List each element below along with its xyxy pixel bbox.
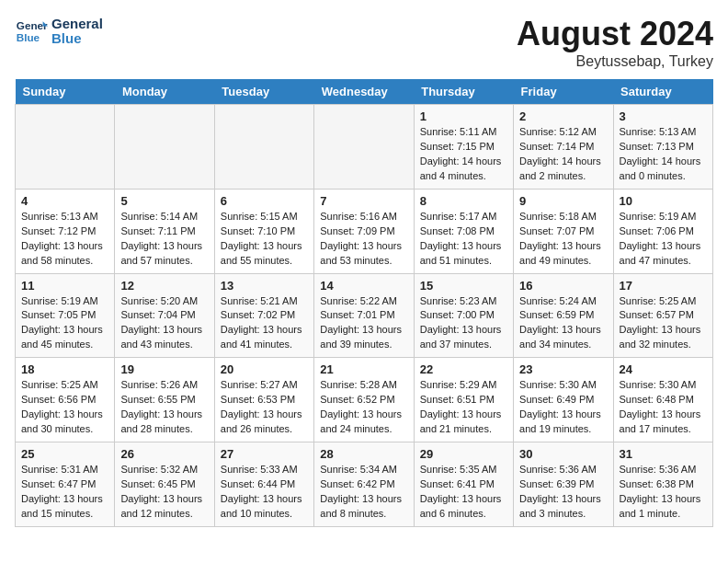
calendar-cell-3-1: 19Sunrise: 5:26 AMSunset: 6:55 PMDayligh… xyxy=(115,358,214,442)
calendar-cell-3-5: 23Sunrise: 5:30 AMSunset: 6:49 PMDayligh… xyxy=(514,358,613,442)
day-info: Sunrise: 5:23 AMSunset: 7:00 PMDaylight:… xyxy=(420,294,507,353)
calendar-cell-3-0: 18Sunrise: 5:25 AMSunset: 6:56 PMDayligh… xyxy=(16,358,115,442)
day-number: 30 xyxy=(519,447,607,461)
calendar-cell-1-2: 6Sunrise: 5:15 AMSunset: 7:10 PMDaylight… xyxy=(214,189,313,273)
day-number: 9 xyxy=(519,194,607,208)
day-number: 3 xyxy=(620,109,707,123)
calendar-cell-4-0: 25Sunrise: 5:31 AMSunset: 6:47 PMDayligh… xyxy=(16,442,115,527)
calendar-cell-4-3: 28Sunrise: 5:34 AMSunset: 6:42 PMDayligh… xyxy=(314,442,414,527)
calendar-cell-0-5: 2Sunrise: 5:12 AMSunset: 7:14 PMDaylight… xyxy=(514,105,613,190)
day-info: Sunrise: 5:33 AMSunset: 6:44 PMDaylight:… xyxy=(221,463,308,522)
calendar-cell-3-4: 22Sunrise: 5:29 AMSunset: 6:51 PMDayligh… xyxy=(414,358,513,442)
week-row-4: 18Sunrise: 5:25 AMSunset: 6:56 PMDayligh… xyxy=(16,358,713,442)
day-number: 18 xyxy=(21,362,108,376)
logo-blue: Blue xyxy=(51,31,103,47)
col-thursday: Thursday xyxy=(414,79,513,105)
day-number: 8 xyxy=(420,194,507,208)
day-number: 7 xyxy=(320,194,407,208)
day-info: Sunrise: 5:11 AMSunset: 7:15 PMDaylight:… xyxy=(420,125,507,184)
day-number: 24 xyxy=(620,362,707,376)
day-info: Sunrise: 5:20 AMSunset: 7:04 PMDaylight:… xyxy=(120,294,208,353)
calendar-cell-3-2: 20Sunrise: 5:27 AMSunset: 6:53 PMDayligh… xyxy=(214,358,313,442)
day-info: Sunrise: 5:24 AMSunset: 6:59 PMDaylight:… xyxy=(519,294,607,353)
day-number: 10 xyxy=(620,194,707,208)
calendar-cell-2-5: 16Sunrise: 5:24 AMSunset: 6:59 PMDayligh… xyxy=(514,273,613,358)
day-info: Sunrise: 5:25 AMSunset: 6:57 PMDaylight:… xyxy=(620,294,707,353)
day-number: 29 xyxy=(420,447,507,461)
calendar-cell-0-1 xyxy=(115,105,214,190)
day-number: 5 xyxy=(120,194,208,208)
calendar-cell-2-2: 13Sunrise: 5:21 AMSunset: 7:02 PMDayligh… xyxy=(214,273,313,358)
day-number: 16 xyxy=(519,279,607,293)
day-info: Sunrise: 5:31 AMSunset: 6:47 PMDaylight:… xyxy=(21,463,108,522)
week-row-2: 4Sunrise: 5:13 AMSunset: 7:12 PMDaylight… xyxy=(16,189,713,273)
calendar-cell-2-0: 11Sunrise: 5:19 AMSunset: 7:05 PMDayligh… xyxy=(16,273,115,358)
day-number: 20 xyxy=(221,362,308,376)
day-number: 17 xyxy=(620,279,707,293)
day-number: 11 xyxy=(21,279,108,293)
week-row-1: 1Sunrise: 5:11 AMSunset: 7:15 PMDaylight… xyxy=(16,105,713,190)
day-number: 27 xyxy=(221,447,308,461)
day-number: 21 xyxy=(320,362,407,376)
day-info: Sunrise: 5:19 AMSunset: 7:05 PMDaylight:… xyxy=(21,294,108,353)
day-info: Sunrise: 5:29 AMSunset: 6:51 PMDaylight:… xyxy=(420,378,507,437)
calendar-table: Sunday Monday Tuesday Wednesday Thursday… xyxy=(15,79,713,527)
day-number: 31 xyxy=(620,447,707,461)
calendar-cell-1-4: 8Sunrise: 5:17 AMSunset: 7:08 PMDaylight… xyxy=(414,189,513,273)
calendar-cell-4-1: 26Sunrise: 5:32 AMSunset: 6:45 PMDayligh… xyxy=(115,442,214,527)
calendar-cell-2-1: 12Sunrise: 5:20 AMSunset: 7:04 PMDayligh… xyxy=(115,273,214,358)
day-number: 26 xyxy=(120,447,208,461)
day-number: 12 xyxy=(120,279,208,293)
calendar-cell-0-4: 1Sunrise: 5:11 AMSunset: 7:15 PMDaylight… xyxy=(414,105,513,190)
calendar-cell-2-6: 17Sunrise: 5:25 AMSunset: 6:57 PMDayligh… xyxy=(613,273,712,358)
calendar-cell-3-6: 24Sunrise: 5:30 AMSunset: 6:48 PMDayligh… xyxy=(613,358,712,442)
day-info: Sunrise: 5:14 AMSunset: 7:11 PMDaylight:… xyxy=(120,210,208,269)
day-number: 14 xyxy=(320,279,407,293)
day-number: 4 xyxy=(21,194,108,208)
svg-text:Blue: Blue xyxy=(17,31,40,43)
title-block: August 2024 Beytussebap, Turkey xyxy=(517,15,713,70)
logo-general: General xyxy=(51,17,103,32)
calendar-cell-0-2 xyxy=(214,105,313,190)
calendar-cell-1-0: 4Sunrise: 5:13 AMSunset: 7:12 PMDaylight… xyxy=(16,189,115,273)
calendar-cell-1-6: 10Sunrise: 5:19 AMSunset: 7:06 PMDayligh… xyxy=(613,189,712,273)
calendar-cell-4-6: 31Sunrise: 5:36 AMSunset: 6:38 PMDayligh… xyxy=(613,442,712,527)
day-info: Sunrise: 5:13 AMSunset: 7:13 PMDaylight:… xyxy=(620,125,707,184)
day-number: 25 xyxy=(21,447,108,461)
day-info: Sunrise: 5:19 AMSunset: 7:06 PMDaylight:… xyxy=(620,210,707,269)
day-number: 23 xyxy=(519,362,607,376)
week-row-5: 25Sunrise: 5:31 AMSunset: 6:47 PMDayligh… xyxy=(16,442,713,527)
day-number: 6 xyxy=(221,194,308,208)
day-info: Sunrise: 5:26 AMSunset: 6:55 PMDaylight:… xyxy=(120,378,208,437)
day-info: Sunrise: 5:27 AMSunset: 6:53 PMDaylight:… xyxy=(221,378,308,437)
col-wednesday: Wednesday xyxy=(314,79,414,105)
calendar-cell-1-3: 7Sunrise: 5:16 AMSunset: 7:09 PMDaylight… xyxy=(314,189,414,273)
day-number: 1 xyxy=(420,109,507,123)
day-info: Sunrise: 5:28 AMSunset: 6:52 PMDaylight:… xyxy=(320,378,407,437)
day-info: Sunrise: 5:34 AMSunset: 6:42 PMDaylight:… xyxy=(320,463,407,522)
day-number: 22 xyxy=(420,362,507,376)
day-info: Sunrise: 5:36 AMSunset: 6:38 PMDaylight:… xyxy=(620,463,707,522)
calendar-cell-1-1: 5Sunrise: 5:14 AMSunset: 7:11 PMDaylight… xyxy=(115,189,214,273)
col-monday: Monday xyxy=(115,79,214,105)
col-saturday: Saturday xyxy=(613,79,712,105)
day-info: Sunrise: 5:25 AMSunset: 6:56 PMDaylight:… xyxy=(21,378,108,437)
day-number: 19 xyxy=(120,362,208,376)
calendar-cell-0-0 xyxy=(16,105,115,190)
calendar-cell-2-4: 15Sunrise: 5:23 AMSunset: 7:00 PMDayligh… xyxy=(414,273,513,358)
col-friday: Friday xyxy=(514,79,613,105)
day-info: Sunrise: 5:30 AMSunset: 6:49 PMDaylight:… xyxy=(519,378,607,437)
week-row-3: 11Sunrise: 5:19 AMSunset: 7:05 PMDayligh… xyxy=(16,273,713,358)
day-info: Sunrise: 5:13 AMSunset: 7:12 PMDaylight:… xyxy=(21,210,108,269)
calendar-cell-0-3 xyxy=(314,105,414,190)
day-info: Sunrise: 5:21 AMSunset: 7:02 PMDaylight:… xyxy=(221,294,308,353)
logo: General Blue General Blue xyxy=(15,15,103,48)
day-info: Sunrise: 5:12 AMSunset: 7:14 PMDaylight:… xyxy=(519,125,607,184)
calendar-cell-1-5: 9Sunrise: 5:18 AMSunset: 7:07 PMDaylight… xyxy=(514,189,613,273)
day-info: Sunrise: 5:15 AMSunset: 7:10 PMDaylight:… xyxy=(221,210,308,269)
col-sunday: Sunday xyxy=(16,79,115,105)
day-info: Sunrise: 5:18 AMSunset: 7:07 PMDaylight:… xyxy=(519,210,607,269)
calendar-cell-4-2: 27Sunrise: 5:33 AMSunset: 6:44 PMDayligh… xyxy=(214,442,313,527)
day-info: Sunrise: 5:32 AMSunset: 6:45 PMDaylight:… xyxy=(120,463,208,522)
calendar-cell-3-3: 21Sunrise: 5:28 AMSunset: 6:52 PMDayligh… xyxy=(314,358,414,442)
